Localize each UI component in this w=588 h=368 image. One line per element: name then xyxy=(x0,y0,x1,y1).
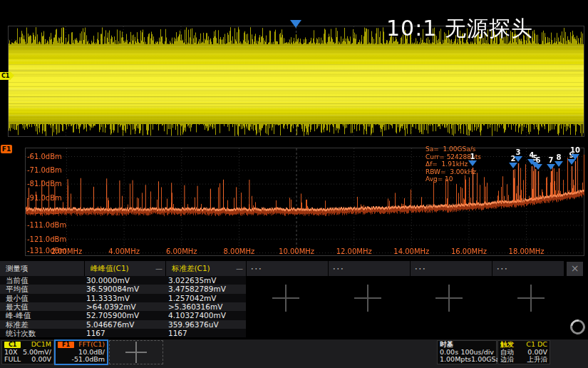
table-cell: 30.0000mV xyxy=(85,276,167,285)
channel1-descriptor-box[interactable]: C1 DC1M 10X 5.00mV/ FULL 0.00V xyxy=(1,340,54,364)
fft-peak-marker: 1 xyxy=(468,153,477,166)
fft-peak-triangle-icon xyxy=(509,163,517,168)
channel1-bandwidth: FULL xyxy=(4,356,21,364)
timebase-title: 时基 xyxy=(440,341,453,349)
timebase-box[interactable]: 时基 0.00s 100us/div 1.00Mpts 1.00GSa/s xyxy=(437,340,497,364)
trigger-box[interactable]: 触发 C1 DC 自动 0.00V 边沿 上升沿 xyxy=(497,340,550,364)
fft-peak-number: 1 xyxy=(470,153,475,160)
table-cell: >5.360316mV xyxy=(167,302,246,311)
channel1-level-marker[interactable]: C1 xyxy=(0,72,11,80)
fft-peak-number: 3 xyxy=(516,148,521,156)
table-row: 标准差5.046676mV359.96376uV xyxy=(0,320,246,329)
table-cell: 4.10327400mV xyxy=(167,311,246,320)
table-cell: 11.3333mV xyxy=(85,294,167,302)
channel1-coupling: DC1M xyxy=(31,341,51,349)
fft-peak-marker: 8 xyxy=(555,153,563,167)
table-cell: 1167 xyxy=(85,329,167,337)
trigger-source: C1 DC xyxy=(526,341,547,349)
measurement-table-header: 测量项峰峰值(C1)—标准差(C1)—•••••••••••• xyxy=(0,261,588,276)
measurement-column-header[interactable]: 标准差(C1)— xyxy=(166,261,246,276)
close-icon[interactable]: × xyxy=(567,262,583,276)
fft-panel[interactable]: -61.0dBm-71.0dBm-81.0dBm-91.0dBm-101.0dB… xyxy=(0,143,588,261)
measurement-column-header[interactable]: 测量项 xyxy=(0,261,84,276)
add-measurement-button[interactable] xyxy=(435,285,463,312)
status-bar: C1 DC1M 10X 5.00mV/ FULL 0.00V F1 FFT(C1… xyxy=(0,339,588,368)
table-cell: 5.046676mV xyxy=(85,320,167,329)
table-cell: 52.705900mV xyxy=(85,311,167,320)
table-cell: 3.022635mV xyxy=(167,276,246,285)
table-cell: 当前值 xyxy=(0,276,85,285)
add-measurement-button[interactable] xyxy=(517,285,545,312)
table-cell: 最小值 xyxy=(0,294,85,302)
fft-peak-marker: 10 xyxy=(570,146,580,160)
waveform-panel[interactable]: C1 10:1 无源探头 xyxy=(0,0,588,143)
fft-peak-number: 8 xyxy=(557,153,562,161)
table-cell: 峰-峰值 xyxy=(0,311,85,320)
f1-chip: F1 xyxy=(58,342,74,348)
table-cell: >64.0392mV xyxy=(85,302,167,311)
table-cell: 统计次数 xyxy=(0,329,85,337)
measurement-column-header[interactable]: ••• xyxy=(329,261,410,276)
fft-peak-marker: 6 xyxy=(534,156,542,170)
trigger-position-marker-icon[interactable] xyxy=(290,20,301,28)
table-row: 当前值30.0000mV3.022635mV xyxy=(0,276,246,285)
fft-peak-number: 10 xyxy=(570,146,580,154)
timebase-memory: 1.00Mpts xyxy=(440,356,471,364)
trigger-slope: 上升沿 xyxy=(527,356,548,364)
add-measurement-button[interactable] xyxy=(272,285,299,312)
fft-peak-triangle-icon xyxy=(571,154,579,160)
fft-peak-marker: 3 xyxy=(514,148,522,162)
fft-peak-triangle-icon xyxy=(514,156,522,162)
table-cell: 36.590084mV xyxy=(85,285,167,293)
table-row: 统计次数11671167 xyxy=(0,329,246,337)
table-cell: 3.47582789mV xyxy=(167,285,246,293)
plus-icon xyxy=(125,342,147,363)
remove-measurement-icon[interactable]: — xyxy=(155,265,163,272)
table-cell: 标准差 xyxy=(0,320,85,329)
fft-peak-triangle-icon xyxy=(567,159,576,165)
fft-peak-number: 7 xyxy=(549,156,554,164)
table-cell: 平均值 xyxy=(0,285,85,293)
table-row: 最小值11.3333mV1.257042mV xyxy=(0,294,246,302)
fft-peak-number: 6 xyxy=(536,156,541,164)
trigger-title: 触发 xyxy=(500,341,514,349)
f1-function: FFT(C1) xyxy=(78,341,105,349)
remove-measurement-icon[interactable]: — xyxy=(236,265,243,272)
add-channel-button[interactable] xyxy=(109,340,163,364)
fft-f1-badge[interactable]: F1 xyxy=(1,145,12,153)
table-cell: 最大值 xyxy=(0,302,85,311)
table-cell: 1167 xyxy=(167,329,246,337)
add-measurement-button[interactable] xyxy=(354,285,381,312)
fft-peak-triangle-icon xyxy=(534,164,542,170)
table-row: 峰-峰值52.705900mV4.10327400mV xyxy=(0,311,246,320)
table-row: 平均值36.590084mV3.47582789mV xyxy=(0,285,246,293)
f1-descriptor-box[interactable]: F1 FFT(C1) 10.0dB/ -51.0dBm xyxy=(54,339,108,365)
table-row: 最大值>64.0392mV>5.360316mV xyxy=(0,302,246,311)
measurement-column-header[interactable]: ••• xyxy=(411,261,492,276)
oscilloscope-screen: C1 10:1 无源探头 -61.0dBm-71.0dBm-81.0dBm-91… xyxy=(0,0,588,368)
fft-peak-triangle-icon xyxy=(468,160,477,166)
measurement-column-header[interactable]: ••• xyxy=(492,261,564,276)
table-cell: 359.96376uV xyxy=(167,320,246,329)
f1-reference-level: -51.0dBm xyxy=(72,356,105,364)
measurement-column-header[interactable]: 峰峰值(C1)— xyxy=(85,261,165,276)
measurement-column-header[interactable]: ••• xyxy=(247,261,328,276)
channel1-offset: 0.00V xyxy=(31,356,51,364)
table-cell: 1.257042mV xyxy=(167,294,246,302)
fft-trace-canvas[interactable] xyxy=(0,143,588,261)
channel1-chip: C1 xyxy=(4,342,21,348)
page-title: 10:1 无源探头 xyxy=(386,14,533,44)
fft-peak-triangle-icon xyxy=(555,161,563,167)
trigger-type: 边沿 xyxy=(500,356,514,364)
